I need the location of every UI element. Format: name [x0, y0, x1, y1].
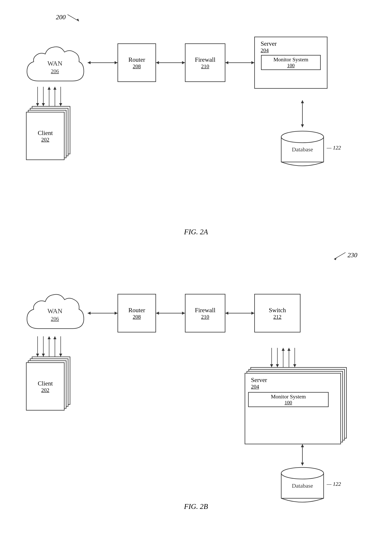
- monitor-label-2b: Monitor System: [271, 394, 306, 400]
- svg-marker-22: [301, 124, 304, 127]
- client-stack-2a: Client 202: [26, 106, 76, 164]
- svg-marker-51: [270, 364, 273, 367]
- client-stack-2b: Client 202: [26, 357, 76, 414]
- wan-cloud-2a: WAN 206: [23, 43, 87, 89]
- monitor-system-2a: Monitor System 100: [261, 55, 321, 70]
- database-2b: Database — 122: [279, 465, 326, 504]
- client-ref-2b: 202: [41, 387, 49, 393]
- fig2b-ref: 230: [348, 252, 357, 259]
- svg-text:Database: Database: [292, 146, 313, 152]
- monitor-ref-2b: 100: [285, 400, 292, 405]
- svg-marker-23: [301, 100, 304, 103]
- svg-marker-6: [182, 61, 185, 64]
- router-2a: Router 208: [118, 43, 156, 82]
- database-2a: Database — 122: [279, 129, 326, 168]
- svg-marker-36: [156, 312, 159, 315]
- svg-line-0: [67, 14, 79, 21]
- db-ref-2a: — 122: [327, 145, 341, 151]
- svg-marker-12: [36, 103, 39, 106]
- svg-point-66: [281, 467, 324, 479]
- db-ref-2b: — 122: [327, 481, 341, 487]
- svg-marker-45: [48, 336, 51, 339]
- svg-marker-43: [42, 354, 45, 357]
- monitor-label-2a: Monitor System: [273, 57, 308, 63]
- svg-marker-39: [225, 312, 228, 315]
- svg-text:Database: Database: [292, 483, 313, 489]
- switch-2b: Switch 212: [254, 294, 301, 332]
- firewall-2a: Firewall 210: [185, 43, 225, 82]
- page: 200: [0, 0, 392, 549]
- svg-text:206: 206: [51, 316, 59, 322]
- svg-text:WAN: WAN: [47, 307, 62, 315]
- svg-marker-10: [225, 61, 228, 64]
- fig2a-label: FIG. 2A: [15, 228, 377, 236]
- svg-marker-9: [251, 61, 254, 64]
- server-label-2b: Server: [248, 376, 267, 383]
- wan-cloud-2b: WAN 206: [23, 290, 87, 336]
- svg-marker-33: [88, 312, 91, 315]
- fig2a-section: 200: [15, 12, 377, 236]
- svg-line-29: [334, 253, 346, 259]
- client-label-2b: Client: [38, 380, 53, 387]
- svg-marker-35: [182, 312, 185, 315]
- svg-marker-61: [301, 462, 304, 465]
- fig2a-ref: 200: [56, 14, 66, 21]
- svg-marker-59: [293, 364, 296, 367]
- server-2a: Server 204 Monitor System 100: [254, 37, 328, 89]
- svg-marker-3: [115, 61, 118, 64]
- svg-point-27: [281, 131, 324, 143]
- svg-marker-62: [301, 444, 304, 447]
- svg-marker-4: [88, 61, 91, 64]
- monitor-ref-2a: 100: [287, 63, 295, 68]
- server-ref-2b: 204: [248, 383, 259, 390]
- svg-marker-38: [251, 312, 254, 315]
- monitor-system-2b: Monitor System 100: [248, 392, 329, 407]
- svg-marker-47: [53, 336, 56, 339]
- svg-marker-14: [42, 103, 45, 106]
- svg-marker-49: [59, 354, 62, 357]
- svg-marker-55: [282, 348, 285, 351]
- svg-marker-7: [156, 61, 159, 64]
- svg-marker-32: [115, 312, 118, 315]
- svg-marker-41: [36, 354, 39, 357]
- svg-text:WAN: WAN: [47, 60, 62, 67]
- firewall-2b: Firewall 210: [185, 294, 225, 332]
- client-label-2a: Client: [38, 129, 53, 137]
- svg-marker-53: [276, 364, 279, 367]
- svg-marker-20: [59, 103, 62, 106]
- fig2b-section: 230: [15, 248, 377, 511]
- client-ref-2a: 202: [41, 137, 49, 143]
- svg-marker-57: [287, 348, 290, 351]
- svg-text:206: 206: [51, 68, 59, 74]
- server-stack-2b: Server 204 Monitor System 100: [245, 367, 352, 444]
- router-2b: Router 208: [118, 294, 156, 332]
